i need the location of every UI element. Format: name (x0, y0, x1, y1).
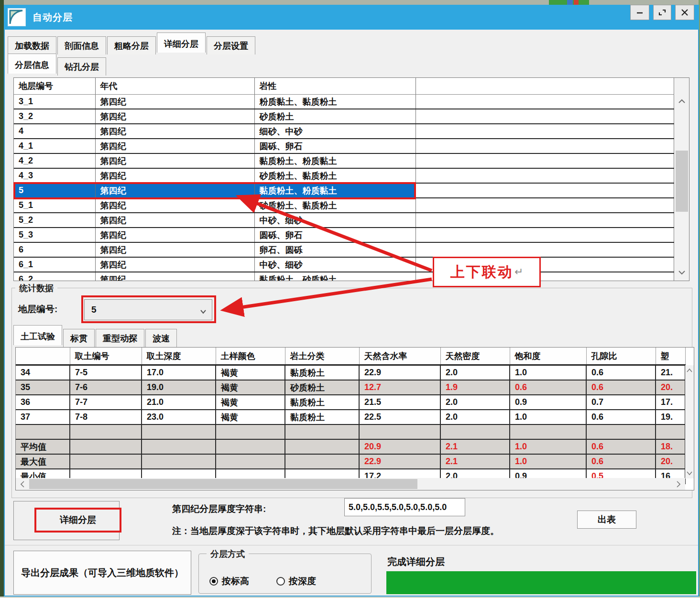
stats-table-row[interactable]: 377-823.0褐黄黏质粉土22.52.01.00.619. (16, 410, 685, 424)
cell[interactable]: 5_3 (14, 228, 95, 242)
scrollbar-thumb[interactable] (29, 479, 417, 489)
cell[interactable]: 19. (656, 410, 685, 424)
cell[interactable]: 7-6 (70, 380, 142, 395)
cell[interactable]: 7-5 (70, 365, 142, 381)
layer-table-row[interactable]: 5_3第四纪圆砾、卵石 (14, 228, 674, 242)
layer-table-row[interactable]: 5第四纪黏质粉土、粉质黏土 (14, 183, 674, 198)
cell[interactable]: 22.9 (359, 365, 440, 381)
cell[interactable]: 褐黄 (216, 410, 285, 424)
cell[interactable]: 0.9 (510, 395, 586, 410)
cell[interactable]: 22.9 (359, 454, 440, 469)
cell[interactable]: 1.9 (440, 380, 510, 395)
cell[interactable]: 第四纪 (95, 139, 254, 153)
cell[interactable]: 第四纪 (95, 213, 254, 228)
cell[interactable] (416, 95, 674, 109)
stats-table-row[interactable]: 367-721.0褐黄黏质粉土21.52.00.90.717. (16, 395, 685, 410)
cell[interactable]: 4_3 (14, 168, 95, 183)
cell[interactable] (70, 439, 142, 454)
layer-table-row[interactable]: 3_1第四纪粉质黏土、黏质粉土 (14, 95, 674, 109)
cell[interactable]: 5 (14, 183, 95, 198)
cell[interactable] (416, 257, 674, 272)
cell[interactable]: 5_1 (14, 198, 95, 213)
cell[interactable]: 2.0 (440, 395, 510, 410)
layer-table-row[interactable]: 4_2第四纪黏质粉土、粉质黏土 (14, 153, 674, 168)
scroll-down-icon[interactable] (685, 469, 694, 478)
cell[interactable] (216, 424, 285, 439)
cell[interactable] (216, 454, 285, 469)
scroll-up-icon[interactable] (685, 366, 694, 375)
stats-table-vscrollbar[interactable] (685, 365, 694, 478)
cell[interactable] (285, 424, 359, 439)
cell[interactable]: 34 (16, 365, 70, 381)
stats-table-hscrollbar[interactable] (16, 478, 685, 490)
cell[interactable]: 黏质粉土、粉质黏土 (254, 153, 416, 168)
cell[interactable] (16, 424, 70, 439)
cell[interactable]: 砂质粉土、黏质粉土 (254, 168, 416, 183)
cell[interactable]: 0.6 (586, 410, 656, 424)
cell[interactable]: 7-7 (70, 395, 142, 410)
cell[interactable]: 0.6 (586, 380, 656, 395)
export-table-button[interactable]: 出表 (577, 511, 636, 529)
cell[interactable]: 中砂、细砂 (254, 257, 416, 272)
cell[interactable] (142, 424, 216, 439)
cell[interactable]: 砂质粉土 (254, 109, 416, 124)
minimize-button[interactable] (630, 5, 649, 20)
tab-粗略分层[interactable]: 粗略分层 (107, 36, 156, 54)
cell[interactable]: 褐黄 (216, 395, 285, 410)
cell[interactable]: 2.1 (440, 454, 510, 469)
cell[interactable] (656, 424, 685, 439)
cell[interactable]: 2.0 (440, 410, 510, 424)
stats-table-row[interactable]: 平均值20.92.11.00.618. (16, 439, 685, 454)
thickness-string-input[interactable] (344, 498, 465, 516)
stats-tab-土工试验[interactable]: 土工试验 (13, 325, 62, 345)
cell[interactable]: 褐黄 (216, 380, 285, 395)
scroll-right-icon[interactable] (673, 478, 684, 490)
cell[interactable]: 第四纪 (95, 198, 254, 213)
cell[interactable] (416, 124, 674, 139)
cell[interactable] (70, 454, 142, 469)
cell[interactable]: 第四纪 (95, 168, 254, 183)
cell[interactable]: 最大值 (16, 454, 70, 469)
cell[interactable] (416, 272, 674, 281)
cell[interactable] (216, 439, 285, 454)
layer-table-row[interactable]: 5_1第四纪砂质粉土、黏质粉土 (14, 198, 674, 213)
tab-分层设置[interactable]: 分层设置 (207, 36, 255, 54)
cell[interactable]: 粉质黏土、黏质粉土 (254, 95, 416, 109)
cell[interactable] (416, 109, 674, 124)
cell[interactable]: 4_1 (14, 139, 95, 153)
cell[interactable]: 黏质粉土 (285, 365, 359, 381)
cell[interactable]: 21.0 (142, 395, 216, 410)
layer-table-row[interactable]: 3_2第四纪砂质粉土 (14, 109, 674, 124)
cell[interactable]: 第四纪 (95, 124, 254, 139)
cell[interactable]: 23.0 (142, 410, 216, 424)
layer-table-row[interactable]: 6_1第四纪中砂、细砂 (14, 257, 674, 272)
cell[interactable] (416, 139, 674, 153)
layer-table-row[interactable]: 4_1第四纪圆砾、卵石 (14, 139, 674, 153)
cell[interactable]: 1.0 (510, 439, 586, 454)
cell[interactable]: 砂质粉土、黏质粉土 (254, 198, 416, 213)
stats-tab-重型动探[interactable]: 重型动探 (96, 329, 144, 347)
layer-table-vscrollbar[interactable] (675, 78, 689, 281)
layer-table-row[interactable]: 6第四纪卵石、圆砾 (14, 242, 674, 257)
layer-table-row[interactable]: 5_2第四纪中砂、细砂 (14, 213, 674, 228)
cell[interactable]: 第四纪 (95, 95, 254, 109)
export-results-button[interactable]: 导出分层成果（可导入三维地质软件） (13, 551, 191, 595)
subtab-钻孔分层[interactable]: 钻孔分层 (57, 57, 106, 76)
stats-table-row[interactable] (16, 424, 685, 439)
cell[interactable]: 黏质粉土、砂质粉土 (254, 272, 416, 281)
cell[interactable]: 第四纪 (95, 183, 254, 198)
scroll-down-icon[interactable] (675, 266, 689, 279)
tab-加载数据[interactable]: 加载数据 (8, 36, 56, 54)
radio-by-depth[interactable]: 按深度 (276, 575, 316, 587)
cell[interactable]: 4_2 (14, 153, 95, 168)
cell[interactable]: 1.0 (510, 365, 586, 381)
cell[interactable]: 20. (656, 380, 685, 395)
subtab-分层信息[interactable]: 分层信息 (8, 54, 56, 74)
cell[interactable]: 6 (14, 242, 95, 257)
stats-table-row[interactable]: 357-619.0褐黄砂质粉土12.71.90.60.620. (16, 380, 685, 395)
cell[interactable]: 1.0 (510, 454, 586, 469)
cell[interactable]: 第四纪 (95, 272, 254, 281)
layer-number-combobox[interactable]: 5 (84, 299, 212, 320)
cell[interactable] (416, 153, 674, 168)
cell[interactable]: 第四纪 (95, 257, 254, 272)
